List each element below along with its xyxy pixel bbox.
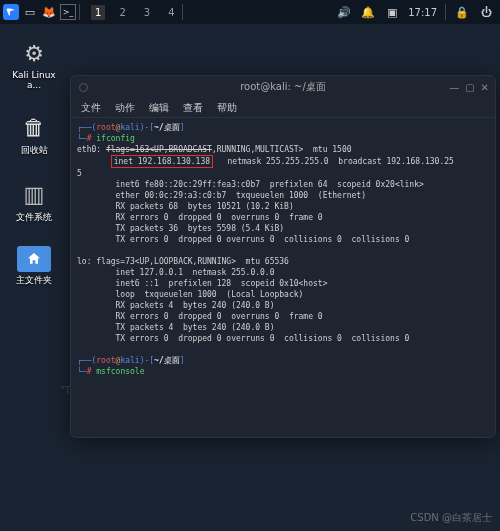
taskbar: ▭ 🦊 >_ 1 2 3 4 🔊 🔔 ▣ 17:17 🔒 ⏻ — [0, 0, 500, 24]
firefox-icon[interactable]: 🦊 — [41, 4, 57, 20]
terminal-title-text: root@kali: ~/桌面 — [240, 80, 326, 94]
desktop-kali-app[interactable]: ⚙ Kali Linux a... — [4, 38, 64, 90]
menu-help[interactable]: 帮助 — [217, 101, 237, 115]
highlighted-ip: inet 192.168.130.138 — [111, 155, 213, 168]
minimize-icon[interactable]: — — [449, 82, 459, 93]
menu-edit[interactable]: 编辑 — [149, 101, 169, 115]
terminal-titlebar[interactable]: root@kali: ~/桌面 — ▢ ✕ — [71, 76, 495, 98]
power-icon[interactable]: ⏻ — [478, 4, 494, 20]
workspace-1[interactable]: 1 — [91, 5, 105, 20]
notification-icon[interactable]: 🔔 — [360, 4, 376, 20]
desktop-home-folder[interactable]: 主文件夹 — [4, 246, 64, 287]
trash-icon: 🗑 — [17, 112, 51, 142]
desktop-icons: ⚙ Kali Linux a... 🗑 回收站 ▥ 文件系统 主文件夹 — [4, 38, 64, 309]
terminal-window[interactable]: root@kali: ~/桌面 — ▢ ✕ 文件 动作 编辑 查看 帮助 ┌──… — [70, 75, 496, 438]
icon-label: Kali Linux a... — [4, 70, 64, 90]
home-folder-icon — [17, 246, 51, 272]
workspace-4[interactable]: 4 — [164, 5, 178, 20]
lock-icon[interactable]: 🔒 — [454, 4, 470, 20]
workspace-2[interactable]: 2 — [115, 5, 129, 20]
desktop-filesystem[interactable]: ▥ 文件系统 — [4, 179, 64, 224]
desktop-trash[interactable]: 🗑 回收站 — [4, 112, 64, 157]
workspace-switcher: 1 2 3 4 — [91, 5, 179, 20]
clock[interactable]: 17:17 — [408, 7, 437, 18]
kali-menu-icon[interactable] — [3, 4, 19, 20]
icon-label: 回收站 — [21, 144, 48, 157]
folder-app-icon[interactable]: ▭ — [22, 4, 38, 20]
network-icon[interactable]: ▣ — [384, 4, 400, 20]
terminal-app-icon[interactable]: >_ — [60, 4, 76, 20]
volume-icon[interactable]: 🔊 — [336, 4, 352, 20]
titlebar-left-icon — [79, 83, 88, 92]
menu-file[interactable]: 文件 — [81, 101, 101, 115]
terminal-output[interactable]: ┌──(root@kali)-[~/桌面] └─# ifconfig eth0:… — [71, 118, 495, 437]
workspace-3[interactable]: 3 — [140, 5, 154, 20]
close-icon[interactable]: ✕ — [481, 82, 489, 93]
maximize-icon[interactable]: ▢ — [465, 82, 474, 93]
terminal-menubar: 文件 动作 编辑 查看 帮助 — [71, 98, 495, 118]
watermark: CSDN @白茶居士 — [410, 511, 492, 525]
icon-label: 主文件夹 — [16, 274, 52, 287]
disk-icon: ▥ — [17, 179, 51, 209]
gear-icon: ⚙ — [17, 38, 51, 68]
icon-label: 文件系统 — [16, 211, 52, 224]
menu-actions[interactable]: 动作 — [115, 101, 135, 115]
menu-view[interactable]: 查看 — [183, 101, 203, 115]
